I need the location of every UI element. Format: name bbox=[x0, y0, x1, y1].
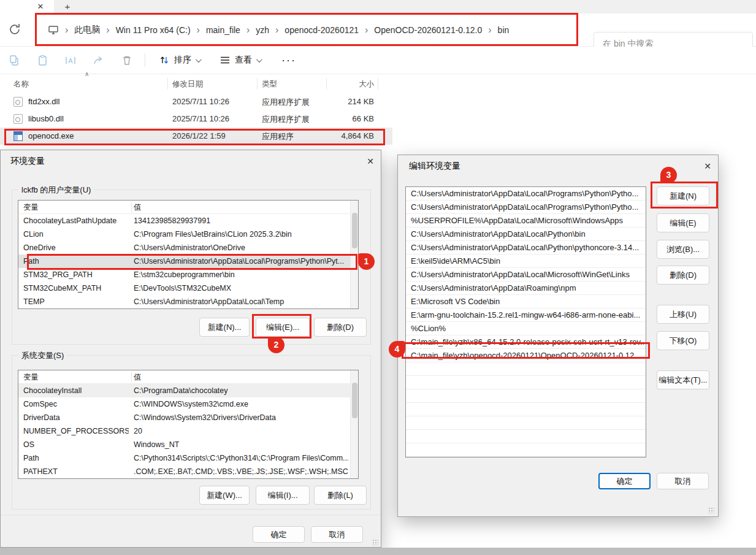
path-list-item[interactable]: E:\Microsoft VS Code\bin bbox=[406, 295, 646, 308]
breadcrumb-item[interactable]: › main_file bbox=[192, 25, 240, 36]
variable-row[interactable]: OneDrive C:\Users\Administrator\OneDrive bbox=[18, 241, 358, 255]
variable-row[interactable]: Path C:\Users\Administrator\AppData\Loca… bbox=[18, 255, 358, 268]
column-header-size[interactable]: 大小 bbox=[331, 79, 374, 90]
breadcrumb-item[interactable]: › Win 11 Pro x64 (C:) bbox=[101, 25, 190, 36]
move-down-button[interactable]: 下移(O) bbox=[657, 331, 709, 350]
dialog-title: 环境变量 bbox=[10, 156, 45, 167]
column-header-date[interactable]: 修改日期 bbox=[172, 79, 203, 90]
breadcrumb-item[interactable]: › openocd-20260121 bbox=[270, 25, 359, 36]
column-header-type[interactable]: 类型 bbox=[262, 79, 277, 90]
path-list-item[interactable]: E:\keil5\ide\ARM\AC5\bin bbox=[406, 255, 646, 268]
file-list: ftd2xx.dll 2025/7/11 10:26 应用程序扩展 214 KB… bbox=[0, 93, 392, 145]
variable-row[interactable]: PATHEXT .COM;.EXE;.BAT;.CMD;.VBS;.VBE;.J… bbox=[18, 465, 358, 478]
dll-file-icon bbox=[13, 114, 23, 124]
breadcrumb-item[interactable]: › OpenOCD-20260121-0.12.0 bbox=[360, 25, 482, 36]
scrollbar[interactable] bbox=[350, 370, 358, 478]
user-delete-button[interactable]: 删除(D) bbox=[314, 318, 367, 337]
variable-row[interactable]: STM32_PRG_PATH E:\stm32cubeprogrammer\bi… bbox=[18, 268, 358, 281]
paste-icon[interactable] bbox=[28, 47, 56, 74]
variable-row[interactable]: ComSpec C:\WINDOWS\system32\cmd.exe bbox=[18, 397, 358, 411]
refresh-icon[interactable] bbox=[6, 21, 23, 38]
ok-button[interactable]: 确定 bbox=[598, 473, 651, 489]
breadcrumb-item[interactable]: › bin bbox=[483, 25, 509, 36]
path-list-item[interactable]: C:\Users\Administrator\AppData\Local\Pyt… bbox=[406, 241, 646, 255]
system-delete-button[interactable]: 删除(L) bbox=[314, 486, 367, 505]
more-options-button[interactable]: ··· bbox=[270, 54, 307, 67]
sort-icon bbox=[159, 55, 170, 66]
variable-row[interactable]: TEMP C:\Users\Administrator\AppData\Loca… bbox=[18, 295, 358, 308]
path-list-item[interactable]: %CLion% bbox=[406, 322, 646, 335]
annotation-badge-4: 4 bbox=[389, 341, 405, 358]
delete-icon[interactable] bbox=[113, 47, 141, 74]
file-row[interactable]: openocd.exe 2026/1/22 1:59 应用程序 4,864 KB bbox=[0, 128, 392, 145]
path-list-item[interactable]: C:\Users\Administrator\AppData\Roaming\n… bbox=[406, 281, 646, 295]
path-list-item[interactable]: C:\Users\Administrator\AppData\Local\Pro… bbox=[406, 201, 646, 214]
column-header-name[interactable]: 名称 bbox=[13, 79, 29, 90]
path-list-item[interactable]: C:\main_file\yzh\x86_64-15.2.0-release-p… bbox=[406, 335, 646, 349]
cancel-button[interactable]: 取消 bbox=[311, 526, 363, 543]
variable-row[interactable]: Path C:\Python314\Scripts\;C:\Python314\… bbox=[18, 451, 358, 465]
path-list-item[interactable]: C:\Users\Administrator\AppData\Local\Pro… bbox=[406, 187, 646, 201]
cancel-button[interactable]: 取消 bbox=[657, 473, 709, 489]
path-list-item[interactable]: %USERPROFILE%\AppData\Local\Microsoft\Wi… bbox=[406, 214, 646, 228]
system-edit-button[interactable]: 编辑(I)... bbox=[256, 486, 310, 505]
variable-row[interactable]: NUMBER_OF_PROCESSORS 20 bbox=[18, 424, 358, 438]
column-divider bbox=[257, 78, 258, 90]
path-list-item[interactable]: E:\arm-gnu-toolchain-15.2.rel1-mingw-w64… bbox=[406, 308, 646, 322]
path-list-item[interactable]: C:\Users\Administrator\AppData\Local\Pyt… bbox=[406, 228, 646, 241]
share-icon[interactable] bbox=[85, 47, 113, 74]
explorer-toolbar: A 排序 查看 ··· bbox=[0, 47, 756, 74]
variable-row[interactable]: OS Windows_NT bbox=[18, 438, 358, 451]
env-variables-dialog: 环境变量 ✕ lckfb 的用户变量(U) 变量 值 ChocolateyLas… bbox=[0, 150, 381, 548]
close-icon[interactable]: ✕ bbox=[701, 159, 714, 173]
variable-row[interactable]: ChocolateyLastPathUpdate 134123985829937… bbox=[18, 214, 358, 228]
variable-row[interactable]: DriverData C:\Windows\System32\Drivers\D… bbox=[18, 411, 358, 424]
edit-env-variable-dialog: 编辑环境变量 ✕ C:\Users\Administrator\AppData\… bbox=[397, 155, 719, 517]
resize-grip[interactable] bbox=[372, 539, 378, 545]
svg-text:A: A bbox=[68, 57, 73, 64]
chevron-right-icon: › bbox=[483, 25, 496, 36]
scrollbar-thumb[interactable] bbox=[352, 213, 357, 248]
variable-row[interactable]: ChocolateyInstall C:\ProgramData\chocola… bbox=[18, 384, 358, 397]
column-divider bbox=[167, 78, 168, 90]
file-row[interactable]: ftd2xx.dll 2025/7/11 10:26 应用程序扩展 214 KB bbox=[0, 93, 392, 110]
ok-button[interactable]: 确定 bbox=[253, 526, 305, 543]
delete-button[interactable]: 删除(D) bbox=[657, 266, 709, 285]
browse-button[interactable]: 浏览(B)... bbox=[657, 240, 709, 259]
resize-grip[interactable] bbox=[708, 507, 714, 513]
new-tab-button[interactable]: + bbox=[61, 0, 74, 13]
chevron-right-icon: › bbox=[101, 25, 114, 36]
close-icon[interactable]: ✕ bbox=[364, 155, 377, 168]
system-new-button[interactable]: 新建(W)... bbox=[199, 486, 250, 505]
dll-file-icon bbox=[13, 97, 23, 107]
path-list: C:\Users\Administrator\AppData\Local\Pro… bbox=[405, 186, 646, 457]
chevron-right-icon: › bbox=[270, 25, 283, 36]
path-list-item[interactable]: C:\main_file\yzh\openocd-20260121\OpenOC… bbox=[406, 349, 646, 362]
breadcrumb-item[interactable]: › 此电脑 bbox=[60, 25, 100, 36]
file-row[interactable]: libusb0.dll 2025/7/11 10:26 应用程序扩展 66 KB bbox=[0, 110, 392, 128]
view-menu-button[interactable]: 查看 bbox=[210, 55, 270, 66]
user-edit-button[interactable]: 编辑(E)... bbox=[256, 318, 310, 337]
annotation-badge-2: 2 bbox=[268, 337, 284, 353]
new-button[interactable]: 新建(N) bbox=[657, 186, 709, 205]
scrollbar-thumb[interactable] bbox=[352, 383, 357, 418]
edit-text-button[interactable]: 编辑文本(T)... bbox=[657, 370, 709, 389]
breadcrumb-item[interactable]: › yzh bbox=[242, 25, 269, 36]
chevron-down-icon bbox=[256, 56, 262, 63]
path-list-item[interactable]: C:\Users\Administrator\AppData\Local\Mic… bbox=[406, 268, 646, 281]
variable-row[interactable]: STM32CubeMX_PATH E:\DevTools\STM32CubeMX bbox=[18, 281, 358, 295]
tab-bar: ✕ + bbox=[0, 0, 756, 13]
move-up-button[interactable]: 上移(U) bbox=[657, 305, 709, 324]
copy-icon[interactable] bbox=[0, 47, 28, 74]
desktop-strip bbox=[0, 548, 756, 555]
user-new-button[interactable]: 新建(N)... bbox=[199, 318, 250, 337]
sort-menu-button[interactable]: 排序 bbox=[149, 55, 210, 66]
chevron-down-icon bbox=[196, 56, 202, 63]
scrollbar[interactable] bbox=[350, 201, 358, 308]
edit-button[interactable]: 编辑(E) bbox=[657, 213, 709, 232]
chevron-right-icon: › bbox=[192, 25, 205, 36]
dialog-divider bbox=[1, 515, 381, 515]
variable-row[interactable]: CLion C:\Program Files\JetBrains\CLion 2… bbox=[18, 228, 358, 241]
tab-close-icon[interactable]: ✕ bbox=[34, 0, 47, 13]
rename-icon[interactable]: A bbox=[56, 47, 85, 74]
